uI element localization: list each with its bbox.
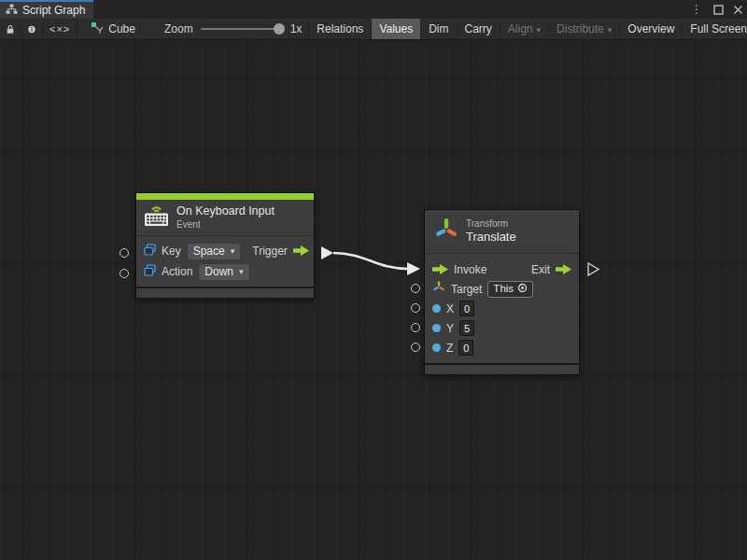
output-label-trigger: Trigger [252, 245, 288, 258]
graph-target[interactable]: Cube [78, 19, 142, 39]
input-label-key: Key [162, 245, 181, 258]
toolbar: <×> Cube Zoom 1x Relations Values Dim Ca… [0, 19, 747, 40]
node-row-z: Z 0 [432, 338, 571, 357]
carry-button[interactable]: Carry [457, 19, 500, 39]
node-subtitle: Transform [466, 218, 516, 231]
connections-layer [0, 40, 747, 560]
node-body: Key Space ▾ Trigger [136, 236, 314, 287]
target-picker-icon[interactable] [517, 283, 528, 295]
align-button[interactable]: Align▾ [500, 19, 548, 39]
exit-port-triangle[interactable] [588, 263, 599, 275]
dim-button[interactable]: Dim [420, 19, 456, 39]
node-header[interactable]: On Keyboard Input Event [136, 200, 314, 236]
trigger-arrow-icon[interactable] [293, 243, 309, 259]
zoom-slider-handle[interactable] [274, 23, 285, 35]
node-row-invoke: Invoke Exit [432, 259, 571, 279]
chevron-down-icon: ▾ [608, 26, 613, 35]
lock-button[interactable] [0, 19, 21, 39]
target-value-field[interactable]: This [487, 281, 533, 298]
relations-button[interactable]: Relations [308, 19, 371, 39]
enum-icon [144, 263, 156, 280]
x-value-field[interactable]: 0 [459, 301, 474, 316]
node-accent-strip [136, 193, 314, 200]
info-button[interactable] [21, 19, 43, 39]
port-target[interactable] [411, 284, 420, 293]
chevron-down-icon: ▾ [231, 247, 235, 256]
graph-target-label: Cube [108, 22, 135, 35]
script-graph-icon [6, 4, 18, 18]
node-header[interactable]: Transform Translate [425, 210, 579, 254]
exit-arrow-icon[interactable] [556, 261, 571, 278]
node-body: Invoke Exit Target [425, 254, 579, 363]
value-port-icon [432, 343, 441, 352]
node-title: On Keyboard Input [176, 204, 275, 219]
node-translate[interactable]: Transform Translate Invoke Exit [424, 209, 580, 375]
z-value-field[interactable]: 0 [458, 340, 473, 356]
node-subtitle: Event [176, 219, 275, 231]
titlebar: Script Graph ⋮ [0, 0, 747, 19]
transform-mini-icon [432, 280, 445, 298]
script-graph-window: Script Graph ⋮ <×> [0, 0, 747, 560]
maximize-icon[interactable] [713, 5, 724, 15]
node-footer [136, 288, 314, 298]
output-label-exit: Exit [531, 263, 550, 276]
action-dropdown[interactable]: Down ▾ [198, 263, 249, 281]
node-row-y: Y 5 [432, 318, 571, 338]
zoom-value: 1x [290, 22, 303, 35]
node-title: Translate [466, 230, 516, 245]
connection-arrowhead-icon [407, 262, 420, 275]
connection-start-triangle [321, 246, 333, 259]
overview-button[interactable]: Overview [619, 19, 682, 39]
value-port-icon [432, 324, 441, 332]
value-port-icon [432, 304, 441, 313]
port-key[interactable] [120, 248, 129, 258]
transform-icon [434, 217, 458, 246]
input-label-y: Y [446, 322, 454, 335]
distribute-button[interactable]: Distribute▾ [548, 19, 619, 39]
port-x[interactable] [411, 303, 420, 313]
code-icon: <×> [49, 23, 70, 35]
zoom-label: Zoom [164, 22, 193, 35]
y-value-field[interactable]: 5 [459, 320, 474, 336]
zoom-control: Zoom 1x [142, 19, 308, 39]
tab-script-graph[interactable]: Script Graph [0, 0, 93, 19]
port-z[interactable] [411, 343, 420, 352]
chevron-down-icon: ▾ [239, 268, 244, 276]
connection-trigger-invoke[interactable] [333, 253, 408, 269]
zoom-slider[interactable] [201, 28, 283, 30]
invoke-arrow-icon[interactable] [432, 261, 448, 278]
fullscreen-button[interactable]: Full Screen [682, 19, 747, 39]
cube-node-icon [91, 21, 104, 37]
tab-label: Script Graph [22, 4, 85, 17]
input-label-action: Action [162, 265, 192, 278]
key-dropdown[interactable]: Space ▾ [187, 243, 242, 260]
node-row-key: Key Space ▾ Trigger [144, 241, 306, 261]
node-row-x: X 0 [432, 299, 571, 318]
graph-canvas[interactable]: On Keyboard Input Event Key Space ▾ [0, 40, 747, 560]
node-row-action: Action Down ▾ [144, 261, 306, 282]
node-footer [425, 365, 579, 374]
input-label-z: Z [446, 342, 453, 355]
chevron-down-icon: ▾ [537, 26, 542, 35]
port-action[interactable] [120, 269, 129, 278]
input-label-target: Target [451, 283, 482, 296]
enum-icon [144, 243, 156, 259]
node-on-keyboard-input[interactable]: On Keyboard Input Event Key Space ▾ [135, 192, 315, 299]
code-view-button[interactable]: <×> [43, 19, 78, 39]
input-label-invoke: Invoke [454, 263, 486, 276]
values-button[interactable]: Values [371, 19, 420, 39]
close-icon[interactable] [733, 5, 743, 15]
keyboard-icon [144, 204, 169, 231]
port-y[interactable] [411, 323, 420, 332]
node-row-target: Target This [432, 279, 571, 299]
kebab-menu-icon[interactable]: ⋮ [689, 4, 704, 15]
input-label-x: X [446, 302, 454, 315]
